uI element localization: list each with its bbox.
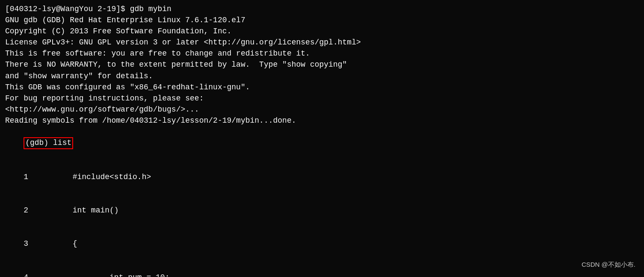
code-content-1: #include<stdio.h> [35, 173, 151, 181]
bug-url-line: <http://www.gnu.org/software/gdb/bugs/>.… [5, 104, 639, 115]
code-content-3: { [35, 239, 77, 248]
reading-symbols-line: Reading symbols from /home/040312-lsy/le… [5, 115, 639, 126]
code-line-1: 1 #include<stdio.h> [5, 160, 639, 194]
code-content-2: int main() [35, 206, 118, 215]
line-number-2: 2 [24, 205, 35, 216]
code-line-2: 2 int main() [5, 194, 639, 227]
terminal-window: [040312-lsy@WangYou 2-19]$ gdb mybin GNU… [0, 0, 644, 277]
code-line-3: 3 { [5, 227, 639, 260]
shell-prompt-line: [040312-lsy@WangYou 2-19]$ gdb mybin [5, 3, 639, 15]
code-line-4: 4 int num = 10; [5, 260, 639, 277]
gdb-version-line: GNU gdb (GDB) Red Hat Enterprise Linux 7… [5, 15, 639, 26]
free-software-line: This is free software: you are free to c… [5, 48, 639, 59]
warranty2-line: and "show warranty" for details. [5, 71, 639, 82]
highlighted-command: (gdb) list [24, 137, 73, 149]
gdb-list-command-line: (gdb) list [5, 126, 639, 160]
line-number-4: 4 [24, 272, 35, 277]
line-number-1: 1 [24, 171, 35, 183]
copyright-line: Copyright (C) 2013 Free Software Foundat… [5, 26, 639, 37]
warranty1-line: There is NO WARRANTY, to the extent perm… [5, 59, 639, 70]
watermark: CSDN @不如小布. [582, 260, 635, 269]
line-number-3: 3 [24, 238, 35, 249]
bug-report-line: For bug reporting instructions, please s… [5, 93, 639, 104]
code-content-4: int num = 10; [35, 273, 169, 277]
configured-line: This GDB was configured as "x86_64-redha… [5, 82, 639, 93]
license-line: License GPLv3+: GNU GPL version 3 or lat… [5, 37, 639, 48]
